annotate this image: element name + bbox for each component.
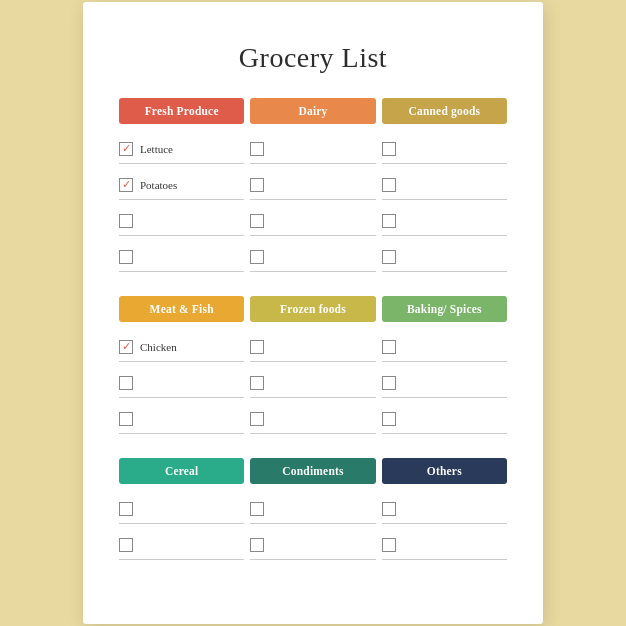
list-item[interactable] bbox=[250, 530, 375, 560]
list-item[interactable] bbox=[250, 206, 375, 236]
category-row: Meat & FishFrozen foodsBaking/ Spices bbox=[119, 296, 507, 322]
list-item[interactable] bbox=[382, 368, 507, 398]
section-3: CerealCondimentsOthers bbox=[119, 458, 507, 566]
category-fresh-produce[interactable]: Fresh Produce bbox=[119, 98, 244, 124]
category-canned-goods[interactable]: Canned goods bbox=[382, 98, 507, 124]
items-grid: LettucePotatoes bbox=[119, 134, 507, 278]
column-2 bbox=[382, 134, 507, 278]
list-item[interactable] bbox=[119, 530, 244, 560]
list-item[interactable] bbox=[382, 494, 507, 524]
column-2 bbox=[382, 332, 507, 440]
checkbox[interactable] bbox=[250, 376, 264, 390]
list-item[interactable]: Lettuce bbox=[119, 134, 244, 164]
column-0: Chicken bbox=[119, 332, 244, 440]
list-item[interactable] bbox=[250, 170, 375, 200]
category-others[interactable]: Others bbox=[382, 458, 507, 484]
list-item[interactable] bbox=[119, 206, 244, 236]
item-label: Lettuce bbox=[140, 143, 173, 155]
list-item[interactable] bbox=[382, 242, 507, 272]
list-item[interactable] bbox=[382, 134, 507, 164]
checkbox[interactable] bbox=[382, 502, 396, 516]
checkbox[interactable] bbox=[119, 412, 133, 426]
checkbox[interactable] bbox=[119, 538, 133, 552]
list-item[interactable] bbox=[250, 242, 375, 272]
items-grid: Chicken bbox=[119, 332, 507, 440]
checkbox[interactable] bbox=[250, 340, 264, 354]
page-title: Grocery List bbox=[119, 42, 507, 74]
checkbox[interactable] bbox=[119, 502, 133, 516]
column-1 bbox=[250, 134, 375, 278]
checkbox[interactable] bbox=[250, 538, 264, 552]
list-item[interactable]: Chicken bbox=[119, 332, 244, 362]
items-grid bbox=[119, 494, 507, 566]
list-item[interactable]: Potatoes bbox=[119, 170, 244, 200]
category-condiments[interactable]: Condiments bbox=[250, 458, 375, 484]
category-cereal[interactable]: Cereal bbox=[119, 458, 244, 484]
category-row: CerealCondimentsOthers bbox=[119, 458, 507, 484]
list-item[interactable] bbox=[119, 494, 244, 524]
list-item[interactable] bbox=[250, 494, 375, 524]
checkbox[interactable] bbox=[382, 538, 396, 552]
list-item[interactable] bbox=[382, 206, 507, 236]
checkbox[interactable] bbox=[250, 178, 264, 192]
list-item[interactable] bbox=[119, 368, 244, 398]
checkbox[interactable] bbox=[250, 214, 264, 228]
checkbox[interactable] bbox=[119, 376, 133, 390]
checkbox[interactable] bbox=[119, 214, 133, 228]
checkbox[interactable] bbox=[119, 340, 133, 354]
column-2 bbox=[382, 494, 507, 566]
list-item[interactable] bbox=[250, 332, 375, 362]
category-row: Fresh ProduceDairyCanned goods bbox=[119, 98, 507, 124]
grocery-list-page: Grocery List Fresh ProduceDairyCanned go… bbox=[83, 2, 543, 624]
checkbox[interactable] bbox=[119, 178, 133, 192]
checkbox[interactable] bbox=[382, 340, 396, 354]
category-dairy[interactable]: Dairy bbox=[250, 98, 375, 124]
list-item[interactable] bbox=[250, 404, 375, 434]
checkbox[interactable] bbox=[382, 142, 396, 156]
checkbox[interactable] bbox=[382, 376, 396, 390]
checkbox[interactable] bbox=[382, 412, 396, 426]
list-item[interactable] bbox=[250, 134, 375, 164]
item-label: Potatoes bbox=[140, 179, 177, 191]
checkbox[interactable] bbox=[382, 214, 396, 228]
list-item[interactable] bbox=[382, 404, 507, 434]
item-label: Chicken bbox=[140, 341, 177, 353]
list-item[interactable] bbox=[382, 332, 507, 362]
list-item[interactable] bbox=[382, 170, 507, 200]
column-0: LettucePotatoes bbox=[119, 134, 244, 278]
checkbox[interactable] bbox=[250, 502, 264, 516]
list-item[interactable] bbox=[119, 242, 244, 272]
list-item[interactable] bbox=[382, 530, 507, 560]
category-meat-fish[interactable]: Meat & Fish bbox=[119, 296, 244, 322]
list-item[interactable] bbox=[119, 404, 244, 434]
checkbox[interactable] bbox=[382, 250, 396, 264]
checkbox[interactable] bbox=[119, 142, 133, 156]
checkbox[interactable] bbox=[382, 178, 396, 192]
category-baking-spices[interactable]: Baking/ Spices bbox=[382, 296, 507, 322]
checkbox[interactable] bbox=[250, 250, 264, 264]
checkbox[interactable] bbox=[119, 250, 133, 264]
section-1: Fresh ProduceDairyCanned goodsLettucePot… bbox=[119, 98, 507, 278]
column-1 bbox=[250, 494, 375, 566]
checkbox[interactable] bbox=[250, 142, 264, 156]
column-1 bbox=[250, 332, 375, 440]
checkbox[interactable] bbox=[250, 412, 264, 426]
column-0 bbox=[119, 494, 244, 566]
section-2: Meat & FishFrozen foodsBaking/ SpicesChi… bbox=[119, 296, 507, 440]
category-frozen-foods[interactable]: Frozen foods bbox=[250, 296, 375, 322]
list-item[interactable] bbox=[250, 368, 375, 398]
